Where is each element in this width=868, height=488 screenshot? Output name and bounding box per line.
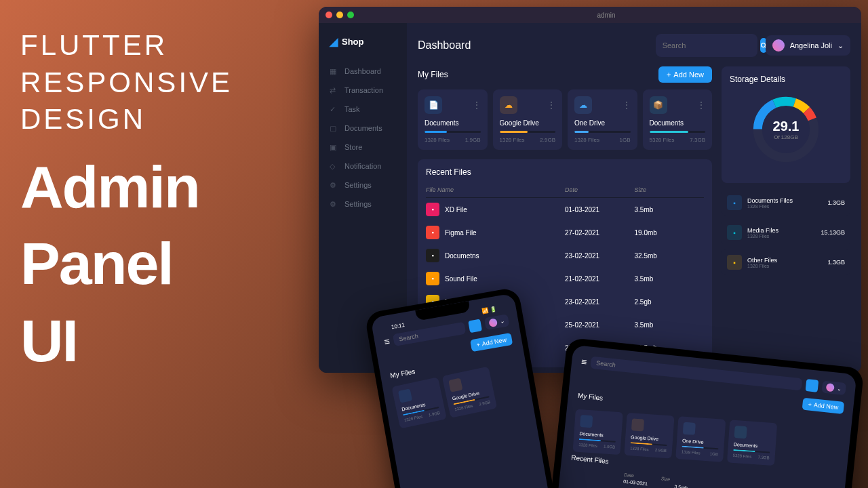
device-file-card[interactable]: Google Drive 1328 Files2.9GB bbox=[442, 367, 498, 418]
more-icon[interactable]: ⋮ bbox=[623, 100, 631, 110]
more-icon[interactable]: ⋮ bbox=[547, 100, 555, 110]
logo-text: Shop bbox=[342, 37, 364, 47]
maximize-icon[interactable] bbox=[347, 12, 354, 18]
transfer-icon: ⇄ bbox=[330, 86, 338, 94]
phone-search-button[interactable] bbox=[468, 319, 482, 333]
storage-type-icon: ▪ bbox=[727, 195, 742, 210]
file-type-icon: 📄 bbox=[425, 96, 442, 114]
sidebar-item-documents[interactable]: ▢ Documents bbox=[319, 119, 407, 138]
nav-label: Transaction bbox=[344, 86, 383, 94]
tablet-search-button[interactable] bbox=[806, 379, 819, 392]
storage-donut-chart: 29.1 Of 128GB bbox=[749, 92, 823, 167]
nav-label: Task bbox=[344, 105, 360, 113]
sidebar-item-settings[interactable]: ⚙ Settings bbox=[319, 195, 407, 214]
file-card-name: One Drive bbox=[574, 119, 631, 127]
table-row[interactable]: ▪Documetns 23-02-2021 32.5mb bbox=[426, 244, 704, 267]
file-card[interactable]: 📄 ⋮ Documents 1328 Files1.9GB bbox=[418, 89, 488, 150]
add-new-button[interactable]: + Add New bbox=[658, 66, 712, 83]
device-file-card[interactable]: Documents 1328 Files1.9GB bbox=[391, 377, 447, 428]
file-type-icon bbox=[580, 415, 593, 428]
hamburger-icon[interactable]: ≡ bbox=[383, 336, 391, 347]
sidebar-item-store[interactable]: ▣ Store bbox=[319, 138, 407, 157]
logo-icon: ◢ bbox=[330, 35, 338, 48]
device-file-card[interactable]: Google Drive 1328 Files2.9GB bbox=[624, 413, 674, 459]
device-file-card[interactable]: Documents 5328 Files7.3GB bbox=[727, 420, 777, 466]
avatar bbox=[772, 39, 785, 52]
chevron-down-icon: ⌄ bbox=[499, 318, 505, 325]
storage-title: Storage Details bbox=[730, 75, 842, 84]
poster-big-1: Admin bbox=[20, 159, 233, 216]
more-icon[interactable]: ⋮ bbox=[473, 100, 481, 110]
col-filename: File Name bbox=[426, 186, 565, 193]
file-type-icon: 📦 bbox=[650, 96, 667, 114]
page-title: Dashboard bbox=[418, 39, 648, 52]
bag-icon: ▣ bbox=[330, 143, 338, 151]
tablet-search[interactable]: Search bbox=[590, 357, 802, 391]
chevron-down-icon: ⌄ bbox=[837, 385, 842, 392]
storage-type-icon: ▪ bbox=[727, 255, 742, 270]
phone-avatar bbox=[488, 318, 498, 327]
sidebar-item-dashboard[interactable]: ▦ Dashboard bbox=[319, 62, 407, 81]
more-icon[interactable]: ⋮ bbox=[697, 100, 705, 110]
search-box bbox=[656, 34, 757, 57]
storage-item[interactable]: ▪ Other Files1328 Files 1.3GB bbox=[722, 249, 850, 275]
plus-icon: + bbox=[667, 70, 671, 79]
table-row[interactable]: ▪XD File 01-03-2021 3.5mb bbox=[426, 198, 704, 221]
profile-name: Angelina Joli bbox=[790, 41, 832, 49]
doc-icon: ▢ bbox=[330, 124, 338, 132]
file-card[interactable]: ☁ ⋮ Google Drive 1328 Files2.9GB bbox=[493, 89, 563, 150]
poster-text: FLUTTER RESPONSIVE DESIGN Admin Panel UI bbox=[20, 27, 233, 369]
phone-status-icons: 📶 🔋 bbox=[481, 306, 497, 314]
grid-icon: ▦ bbox=[330, 67, 338, 75]
file-type-icon: ☁ bbox=[574, 96, 592, 114]
search-input[interactable] bbox=[663, 41, 756, 49]
add-new-label: Add New bbox=[673, 70, 704, 79]
sidebar-item-transaction[interactable]: ⇄ Transaction bbox=[319, 81, 407, 100]
file-type-icon: ☁ bbox=[500, 96, 517, 114]
poster-line-3: DESIGN bbox=[20, 101, 233, 138]
file-icon: ▪ bbox=[426, 249, 439, 262]
file-card-name: Documents bbox=[425, 119, 481, 127]
phone-add-button[interactable]: + Add New bbox=[470, 333, 513, 352]
logo: ◢ Shop bbox=[319, 35, 407, 62]
gear-icon: ⚙ bbox=[330, 181, 338, 189]
sidebar-item-task[interactable]: ✓ Task bbox=[319, 100, 407, 119]
table-header: File Name Date Size bbox=[426, 182, 704, 198]
file-icon: ▪ bbox=[426, 272, 439, 285]
recent-files-title: Recent Files bbox=[426, 167, 704, 177]
sidebar-item-notification[interactable]: ◇ Notification bbox=[319, 157, 407, 176]
file-card[interactable]: ☁ ⋮ One Drive 1328 Files1GB bbox=[568, 89, 637, 150]
header: Dashboard Angelina Joli ⌄ bbox=[418, 34, 850, 57]
file-card-name: Documents bbox=[650, 119, 706, 127]
file-card[interactable]: 📦 ⋮ Documents 5328 Files7.3GB bbox=[643, 89, 713, 150]
device-file-card[interactable]: One Drive 1328 Files1GB bbox=[675, 416, 726, 462]
plus-icon: + bbox=[808, 401, 812, 407]
nav-label: Notification bbox=[344, 162, 381, 170]
storage-total-label: Of 128GB bbox=[773, 134, 800, 140]
tablet-profile[interactable]: ⌄ bbox=[821, 381, 846, 396]
my-files-title: My Files bbox=[418, 70, 448, 79]
storage-item[interactable]: ▪ Documents Files1328 Files 1.3GB bbox=[722, 190, 850, 216]
poster-line-2: RESPONSIVE bbox=[20, 64, 233, 102]
chevron-down-icon: ⌄ bbox=[837, 41, 844, 50]
minimize-icon[interactable] bbox=[336, 12, 343, 18]
table-row[interactable]: ▪Figma File 27-02-2021 19.0mb bbox=[426, 221, 704, 244]
table-row[interactable]: ▪Sound File 21-02-2021 3.5mb bbox=[426, 267, 704, 290]
window-title: admin bbox=[358, 12, 854, 19]
svg-point-0 bbox=[761, 43, 765, 47]
storage-used-value: 29.1 bbox=[773, 119, 800, 134]
phone-time: 10:11 bbox=[391, 322, 405, 330]
hamburger-icon[interactable]: ≡ bbox=[580, 356, 587, 367]
sidebar-item-settings[interactable]: ⚙ Settings bbox=[319, 176, 407, 195]
close-icon[interactable] bbox=[326, 12, 332, 18]
nav-label: Settings bbox=[344, 181, 372, 189]
col-size: Size bbox=[635, 186, 705, 193]
storage-item[interactable]: ▪ Media Files1328 Files 15.13GB bbox=[722, 220, 850, 245]
window-titlebar: admin bbox=[319, 7, 861, 23]
device-file-card[interactable]: Documents 1328 Files1.9GB bbox=[573, 409, 623, 455]
bell-icon: ◇ bbox=[330, 162, 338, 170]
profile-menu[interactable]: Angelina Joli ⌄ bbox=[766, 35, 850, 56]
tablet-add-button[interactable]: + Add New bbox=[802, 398, 844, 414]
storage-type-icon: ▪ bbox=[727, 225, 742, 240]
file-type-icon bbox=[734, 426, 747, 439]
